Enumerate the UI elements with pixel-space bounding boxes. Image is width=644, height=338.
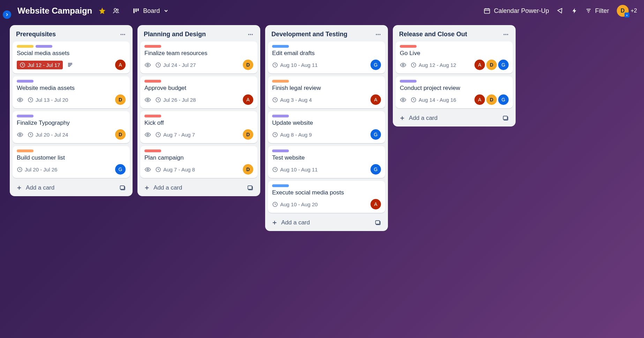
- svg-point-24: [147, 134, 149, 136]
- label-yellow[interactable]: [17, 45, 33, 48]
- label-purple[interactable]: [400, 80, 417, 83]
- list-title[interactable]: Development and Testing: [271, 31, 347, 38]
- member-avatar[interactable]: G: [370, 60, 381, 70]
- card-template-button[interactable]: [502, 115, 509, 122]
- card-template-button[interactable]: [375, 219, 382, 226]
- card-template-button[interactable]: [119, 184, 126, 191]
- due-date-badge[interactable]: Aug 14 - Aug 16: [411, 97, 456, 103]
- card[interactable]: Go LiveAug 12 - Aug 12ADG: [396, 41, 513, 74]
- due-date-badge[interactable]: Jul 12 - Jul 17: [17, 61, 63, 69]
- board-header: Website Campaign Board Calendar Power-Up: [0, 0, 644, 22]
- card[interactable]: Conduct project reviewAug 14 - Aug 16ADG: [396, 76, 513, 108]
- filter-button[interactable]: Filter: [585, 7, 609, 15]
- add-card-button[interactable]: Add a card: [271, 219, 310, 226]
- card[interactable]: Kick offAug 7 - Aug 7D: [140, 111, 257, 143]
- svg-point-42: [507, 34, 508, 35]
- member-avatar[interactable]: D: [243, 129, 253, 140]
- due-date-badge[interactable]: Jul 13 - Jul 20: [28, 97, 68, 103]
- star-icon[interactable]: [98, 7, 106, 15]
- card[interactable]: Finalize team resourcesJul 24 - Jul 27D: [140, 41, 257, 74]
- due-date-badge[interactable]: Jul 20 - Jul 24: [28, 132, 68, 138]
- due-date-badge[interactable]: Aug 7 - Aug 8: [155, 167, 195, 172]
- svg-point-32: [379, 34, 380, 35]
- list-menu-button[interactable]: [247, 31, 254, 38]
- label-red[interactable]: [144, 45, 161, 48]
- member-avatar[interactable]: D: [115, 94, 126, 105]
- due-date-badge[interactable]: Aug 12 - Aug 12: [411, 62, 456, 68]
- member-avatar[interactable]: A: [370, 94, 381, 105]
- rocket-icon[interactable]: [557, 7, 564, 14]
- card[interactable]: Website media assetsJul 13 - Jul 20D: [13, 76, 130, 108]
- member-avatar[interactable]: A: [243, 94, 253, 105]
- member-avatar[interactable]: G: [115, 164, 126, 175]
- member-avatar[interactable]: A: [474, 94, 485, 105]
- label-red[interactable]: [144, 115, 161, 117]
- list-title[interactable]: Planning and Design: [144, 31, 206, 38]
- member-avatar[interactable]: G: [498, 94, 509, 105]
- label-red[interactable]: [144, 149, 161, 152]
- add-card-button[interactable]: Add a card: [399, 115, 437, 122]
- label-blue[interactable]: [272, 45, 289, 48]
- due-date-badge[interactable]: Jul 26 - Jul 28: [155, 97, 196, 103]
- user-avatar[interactable]: D: [617, 5, 629, 17]
- member-avatar[interactable]: D: [243, 164, 253, 175]
- member-avatar[interactable]: D: [486, 60, 497, 70]
- card[interactable]: Plan campaignAug 7 - Aug 8D: [140, 146, 257, 178]
- label-red[interactable]: [400, 45, 417, 48]
- member-overflow-count[interactable]: +2: [631, 8, 637, 14]
- svg-point-20: [147, 64, 149, 66]
- view-switcher[interactable]: Board: [129, 5, 172, 17]
- due-date-badge[interactable]: Aug 3 - Aug 4: [272, 97, 312, 103]
- label-purple[interactable]: [17, 115, 33, 117]
- due-date-badge[interactable]: Aug 10 - Aug 11: [272, 62, 318, 68]
- list-menu-button[interactable]: [119, 31, 126, 38]
- member-avatar[interactable]: G: [370, 129, 381, 140]
- card[interactable]: Approve budgetJul 26 - Jul 28A: [140, 76, 257, 108]
- workspace-visibility-icon[interactable]: [112, 7, 120, 15]
- list-menu-button[interactable]: [375, 31, 382, 38]
- powerup-label: Calendar Power-Up: [494, 7, 549, 15]
- board-title[interactable]: Website Campaign: [17, 6, 92, 16]
- member-avatar[interactable]: D: [115, 129, 126, 140]
- member-avatar[interactable]: A: [115, 60, 126, 70]
- due-date-badge[interactable]: Aug 10 - Aug 11: [272, 167, 318, 172]
- card[interactable]: Test websiteAug 10 - Aug 11G: [268, 146, 385, 178]
- label-purple[interactable]: [272, 149, 289, 152]
- member-avatar[interactable]: G: [498, 60, 509, 70]
- card-template-button[interactable]: [247, 184, 254, 191]
- card[interactable]: Update websiteAug 8 - Aug 9G: [268, 111, 385, 143]
- due-date-badge[interactable]: Jul 20 - Jul 26: [17, 167, 57, 172]
- list-title[interactable]: Release and Close Out: [399, 31, 467, 38]
- card[interactable]: Finalize TypographyJul 20 - Jul 24D: [13, 111, 130, 143]
- sidebar-expand-button[interactable]: [3, 10, 11, 19]
- due-date-badge[interactable]: Jul 24 - Jul 27: [155, 62, 196, 68]
- label-red[interactable]: [144, 80, 161, 83]
- member-avatar[interactable]: A: [474, 60, 485, 70]
- card-title: Build customer list: [17, 154, 126, 161]
- card[interactable]: Social media assetsJul 12 - Jul 17A: [13, 41, 130, 74]
- list-title[interactable]: Prerequisites: [16, 31, 56, 38]
- list-menu-button[interactable]: [502, 31, 509, 38]
- member-avatar[interactable]: G: [370, 164, 381, 175]
- card[interactable]: Build customer listJul 20 - Jul 26G: [13, 146, 130, 178]
- due-date-badge[interactable]: Aug 8 - Aug 9: [272, 132, 312, 138]
- due-date-badge[interactable]: Aug 10 - Aug 20: [272, 201, 318, 207]
- member-avatar[interactable]: D: [243, 60, 253, 70]
- member-avatar[interactable]: A: [370, 199, 381, 209]
- card[interactable]: Edit email draftsAug 10 - Aug 11G: [268, 41, 385, 74]
- label-orange[interactable]: [272, 80, 289, 83]
- label-blue[interactable]: [272, 184, 289, 187]
- card[interactable]: Finish legal reviewAug 3 - Aug 4A: [268, 76, 385, 108]
- card[interactable]: Execute social media postsAug 10 - Aug 2…: [268, 181, 385, 213]
- member-avatar[interactable]: D: [486, 94, 497, 105]
- automation-icon[interactable]: [571, 8, 578, 14]
- add-card-button[interactable]: Add a card: [16, 184, 54, 191]
- label-purple[interactable]: [17, 80, 33, 83]
- svg-point-31: [377, 34, 379, 35]
- due-date-badge[interactable]: Aug 7 - Aug 7: [155, 132, 195, 138]
- label-purple[interactable]: [272, 115, 289, 117]
- label-orange[interactable]: [17, 149, 33, 152]
- label-purple[interactable]: [36, 45, 52, 48]
- add-card-button[interactable]: Add a card: [144, 184, 182, 191]
- calendar-powerup-button[interactable]: Calendar Power-Up: [484, 7, 549, 15]
